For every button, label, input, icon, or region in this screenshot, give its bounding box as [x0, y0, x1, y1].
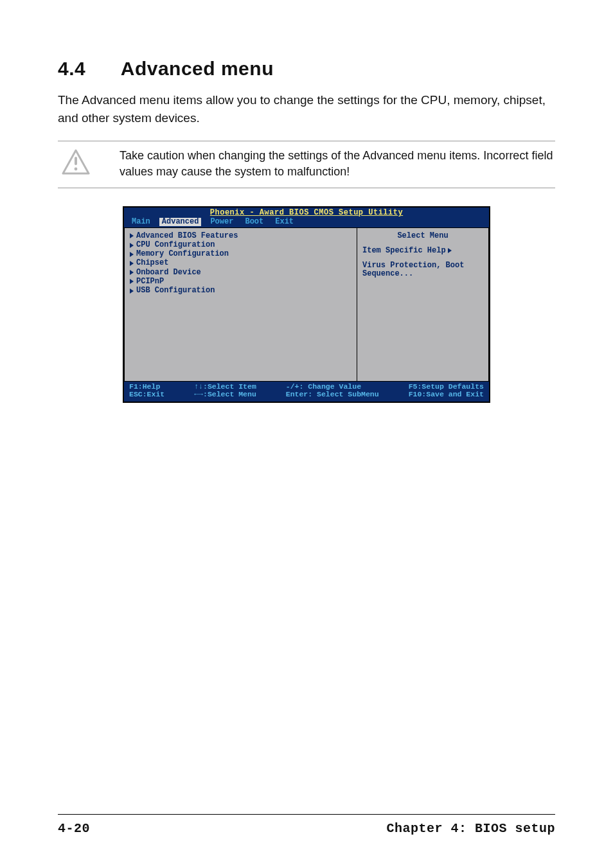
- legend-col2: ↑↓:Select Item ←→:Select Menu: [194, 383, 256, 399]
- bios-help-pane: Select Menu Item Specific Help Virus Pro…: [357, 227, 489, 382]
- legend-col4: F5:Setup Defaults F10:Save and Exit: [409, 383, 484, 399]
- tab-advanced[interactable]: Advanced: [159, 218, 202, 226]
- triangle-icon: [130, 270, 134, 275]
- caution-icon: [58, 148, 96, 175]
- triangle-icon: [130, 233, 134, 238]
- bios-menu-pane: Advanced BIOS Features CPU Configuration…: [124, 227, 357, 382]
- tab-power[interactable]: Power: [208, 218, 236, 226]
- help-text: Virus Protection, Boot Sequence...: [362, 261, 483, 278]
- menu-item-pcipnp[interactable]: PCIPnP: [129, 278, 353, 287]
- menu-item-cpu-configuration[interactable]: CPU Configuration: [129, 241, 353, 250]
- triangle-icon: [130, 279, 134, 284]
- section-intro: The Advanced menu items allow you to cha…: [58, 91, 555, 127]
- menu-item-advanced-bios-features[interactable]: Advanced BIOS Features: [129, 232, 353, 241]
- legend-col1: F1:Help ESC:Exit: [129, 383, 164, 399]
- bios-menubar: Main Advanced Power Boot Exit: [124, 218, 489, 227]
- caution-text: Take caution when changing the settings …: [96, 148, 555, 180]
- caution-block: Take caution when changing the settings …: [58, 141, 555, 188]
- svg-rect-1: [75, 157, 77, 165]
- section-title-text: Advanced menu: [121, 58, 274, 79]
- tab-boot[interactable]: Boot: [242, 218, 266, 226]
- triangle-icon: [130, 243, 134, 248]
- chapter-label: Chapter 4: BIOS setup: [386, 821, 555, 836]
- triangle-icon: [130, 288, 134, 294]
- page-number: 4-20: [58, 821, 90, 836]
- section-heading: 4.4 Advanced menu: [58, 58, 555, 80]
- bios-key-legend: F1:Help ESC:Exit ↑↓:Select Item ←→:Selec…: [124, 382, 489, 402]
- help-label: Item Specific Help: [362, 247, 483, 255]
- page-footer: 4-20 Chapter 4: BIOS setup: [58, 814, 555, 836]
- triangle-icon: [130, 261, 134, 266]
- help-pane-title: Select Menu: [362, 232, 483, 240]
- menu-item-onboard-device[interactable]: Onboard Device: [129, 269, 353, 278]
- menu-item-chipset[interactable]: Chipset: [129, 259, 353, 268]
- svg-point-2: [75, 168, 78, 171]
- tab-main[interactable]: Main: [129, 218, 153, 226]
- tab-exit[interactable]: Exit: [272, 218, 296, 226]
- menu-item-usb-configuration[interactable]: USB Configuration: [129, 287, 353, 296]
- menu-item-memory-configuration[interactable]: Memory Configuration: [129, 250, 353, 259]
- bios-screenshot: Phoenix - Award BIOS CMOS Setup Utility …: [123, 206, 490, 403]
- triangle-icon: [130, 252, 134, 257]
- section-number: 4.4: [58, 58, 116, 80]
- bios-title: Phoenix - Award BIOS CMOS Setup Utility: [124, 208, 489, 217]
- legend-col3: -/+: Change Value Enter: Select SubMenu: [286, 383, 379, 399]
- triangle-icon: [448, 248, 452, 253]
